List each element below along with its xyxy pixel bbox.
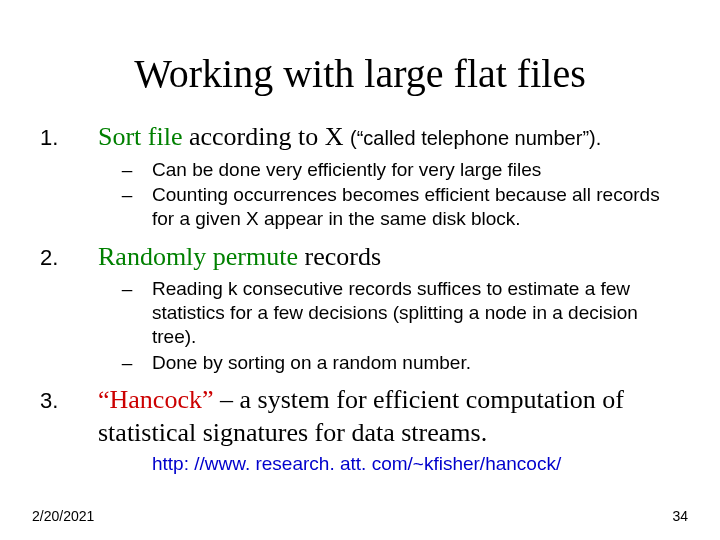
item-text: Randomly permute records xyxy=(98,241,381,274)
dash-icon: – xyxy=(102,183,152,231)
sub-text: Done by sorting on a random number. xyxy=(152,351,680,375)
item-text-rest: records xyxy=(298,242,381,271)
footer-date: 2/20/2021 xyxy=(32,508,94,524)
sub-text: Reading k consecutive records suffices t… xyxy=(152,277,680,348)
footer-page-number: 34 xyxy=(672,508,688,524)
dash-icon: – xyxy=(102,351,152,375)
item-number: 3. xyxy=(40,388,98,414)
sublist-item: – Done by sorting on a random number. xyxy=(102,351,680,375)
item-number: 2. xyxy=(40,245,98,271)
dash-icon: – xyxy=(102,277,152,348)
numbered-list: 1. Sort file according to X (“called tel… xyxy=(40,121,680,475)
sublist: – Reading k consecutive records suffices… xyxy=(40,277,680,374)
item-text: “Hancock” – a system for efficient compu… xyxy=(98,384,680,449)
list-row: 1. Sort file according to X (“called tel… xyxy=(40,121,680,154)
list-item: 1. Sort file according to X (“called tel… xyxy=(40,121,680,231)
highlight-red: “Hancock” xyxy=(98,385,213,414)
highlight-green: Randomly permute xyxy=(98,242,298,271)
dash-icon: – xyxy=(102,158,152,182)
highlight-green: Sort file xyxy=(98,122,183,151)
list-item: 2. Randomly permute records – Reading k … xyxy=(40,241,680,375)
slide-title: Working with large flat files xyxy=(40,50,680,97)
sub-text: Can be done very efficiently for very la… xyxy=(152,158,680,182)
sublist-item: – Counting occurrences becomes efficient… xyxy=(102,183,680,231)
list-row: 3. “Hancock” – a system for efficient co… xyxy=(40,384,680,449)
item-text-rest: according to X xyxy=(183,122,351,151)
item-number: 1. xyxy=(40,125,98,151)
item-text: Sort file according to X (“called teleph… xyxy=(98,121,601,154)
sublist-item: – Can be done very efficiently for very … xyxy=(102,158,680,182)
list-item: 3. “Hancock” – a system for efficient co… xyxy=(40,384,680,475)
slide: Working with large flat files 1. Sort fi… xyxy=(0,0,720,540)
url-text: http: //www. research. att. com/~kfisher… xyxy=(152,453,680,475)
sub-text: Counting occurrences becomes efficient b… xyxy=(152,183,680,231)
list-row: 2. Randomly permute records xyxy=(40,241,680,274)
sublist-item: – Reading k consecutive records suffices… xyxy=(102,277,680,348)
item-text-paren: (“called telephone number”). xyxy=(350,127,601,149)
sublist: – Can be done very efficiently for very … xyxy=(40,158,680,231)
